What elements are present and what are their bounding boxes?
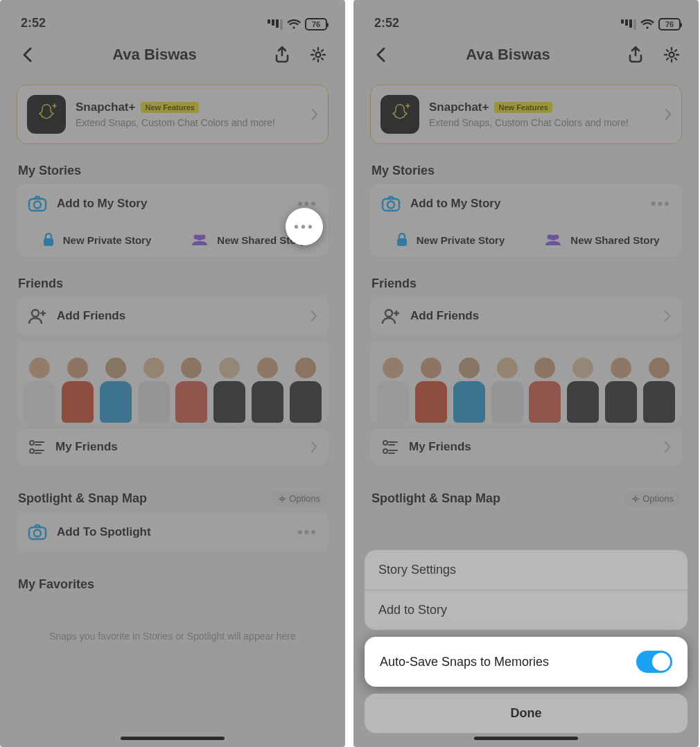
new-private-story-label: New Private Story <box>417 234 505 246</box>
svg-point-8 <box>32 310 39 317</box>
sheet-done-button[interactable]: Done <box>365 694 688 733</box>
promo-title: Snapchat+ <box>429 100 489 114</box>
svg-rect-4 <box>44 238 53 246</box>
status-time: 2:52 <box>21 16 46 30</box>
chevron-right-icon <box>310 310 317 322</box>
gear-icon[interactable] <box>660 43 683 67</box>
highlight-more-dots-button[interactable]: ••• <box>286 208 323 245</box>
snapchat-plus-promo[interactable]: + Snapchat+ New Features Extend Snaps, C… <box>17 85 329 144</box>
my-friends-label: My Friends <box>55 440 301 454</box>
page-title: Ava Biswas <box>112 46 196 64</box>
add-friends-row[interactable]: Add Friends <box>374 297 678 335</box>
bitmoji-avatar <box>452 353 487 423</box>
svg-text:+: + <box>52 101 57 111</box>
home-indicator <box>474 737 578 740</box>
header: Ava Biswas <box>353 32 699 78</box>
bitmoji-avatar <box>174 353 209 423</box>
new-private-story-button[interactable]: New Private Story <box>374 232 526 247</box>
gear-icon[interactable] <box>306 43 330 67</box>
wifi-icon <box>287 19 301 30</box>
camera-icon <box>28 524 47 541</box>
new-shared-story-button[interactable]: New Shared Story <box>526 232 678 247</box>
new-private-story-button[interactable]: New Private Story <box>21 232 173 247</box>
bitmoji-avatar <box>288 353 323 423</box>
status-bar: 2:52 76 <box>353 0 699 32</box>
add-friends-label: Add Friends <box>57 309 301 323</box>
add-to-my-story-row[interactable]: Add to My Story ••• <box>21 184 324 224</box>
svg-point-11 <box>281 498 283 500</box>
my-friends-row[interactable]: My Friends <box>21 428 324 466</box>
add-to-spotlight-row[interactable]: Add To Spotlight ••• <box>21 512 324 552</box>
group-icon <box>544 234 562 246</box>
svg-point-14 <box>669 53 674 58</box>
svg-point-17 <box>387 202 394 209</box>
section-spotlight: Spotlight & Snap Map <box>18 491 147 506</box>
snapchat-plus-promo[interactable]: + Snapchat+ New Features Extend Snaps, C… <box>370 85 682 144</box>
sheet-add-to-story[interactable]: Add to Story <box>365 590 688 630</box>
share-up-icon[interactable] <box>270 43 294 67</box>
promo-badge: New Features <box>141 102 199 113</box>
add-friend-icon <box>28 308 47 324</box>
section-favorites: My Favorites <box>18 577 327 592</box>
add-friend-icon <box>381 308 401 324</box>
favorites-empty-hint: Snaps you favorite in Stories or Spotlig… <box>0 631 345 642</box>
chevron-right-icon <box>664 441 671 453</box>
screenshot-left: 2:52 76 Ava Biswas + Snapchat+ New <box>0 0 345 747</box>
back-chevron-icon[interactable] <box>369 43 392 67</box>
sheet-story-settings[interactable]: Story Settings <box>365 550 688 590</box>
autosave-toggle[interactable] <box>636 651 672 673</box>
more-dots-icon[interactable]: ••• <box>297 523 317 541</box>
friends-list-icon <box>28 439 46 455</box>
group-icon <box>191 234 209 246</box>
bitmoji-avatar <box>490 353 525 423</box>
back-chevron-icon[interactable] <box>15 43 39 67</box>
bitmoji-avatar <box>250 353 285 423</box>
new-private-story-label: New Private Story <box>63 234 152 246</box>
more-dots-icon[interactable]: ••• <box>651 195 671 213</box>
bitmoji-avatar <box>22 353 57 423</box>
spotlight-options-button[interactable]: Options <box>271 491 327 507</box>
add-to-my-story-row[interactable]: Add to My Story ••• <box>374 184 678 224</box>
gear-small-icon <box>278 495 286 503</box>
svg-point-7 <box>197 235 202 240</box>
svg-point-13 <box>34 530 41 537</box>
options-label: Options <box>642 493 674 504</box>
cellular-icon <box>266 19 283 30</box>
my-friends-card: My Friends <box>370 428 682 466</box>
bitmoji-friends-strip[interactable] <box>17 341 329 423</box>
friends-list-icon <box>381 439 399 455</box>
my-friends-row[interactable]: My Friends <box>374 428 678 466</box>
bitmoji-avatar <box>98 353 133 423</box>
gear-small-icon <box>631 495 640 503</box>
lock-icon <box>396 232 408 247</box>
my-stories-card: Add to My Story ••• New Private Story Ne… <box>17 184 329 257</box>
bitmoji-avatar <box>60 353 95 423</box>
wifi-icon <box>640 19 654 30</box>
svg-point-22 <box>385 310 392 317</box>
chevron-right-icon <box>311 108 318 121</box>
svg-rect-18 <box>397 238 407 246</box>
svg-point-24 <box>383 449 387 453</box>
share-up-icon[interactable] <box>624 43 647 67</box>
add-to-my-story-label: Add to My Story <box>57 197 288 211</box>
cellular-icon <box>620 19 636 30</box>
chevron-right-icon <box>310 441 317 453</box>
lock-icon <box>42 232 55 247</box>
add-friends-row[interactable]: Add Friends <box>21 297 324 335</box>
snapchat-plus-icon: + <box>380 95 419 134</box>
spotlight-options-button[interactable]: Options <box>624 491 681 507</box>
my-friends-label: My Friends <box>409 440 654 454</box>
page-title: Ava Biswas <box>466 46 550 64</box>
battery-icon: 76 <box>305 18 327 30</box>
chevron-right-icon <box>664 310 671 322</box>
snapchat-plus-icon: + <box>27 95 66 134</box>
bitmoji-friends-strip[interactable] <box>370 341 682 423</box>
section-my-stories: My Stories <box>18 164 327 178</box>
add-friends-label: Add Friends <box>410 309 654 323</box>
promo-badge: New Features <box>494 102 552 113</box>
bitmoji-avatar <box>527 353 562 423</box>
camera-icon <box>381 195 401 212</box>
sheet-autosave-row[interactable]: Auto-Save Snaps to Memories <box>365 637 688 687</box>
svg-point-3 <box>34 202 41 209</box>
story-action-sheet: Story Settings Add to Story Auto-Save Sn… <box>365 550 688 733</box>
